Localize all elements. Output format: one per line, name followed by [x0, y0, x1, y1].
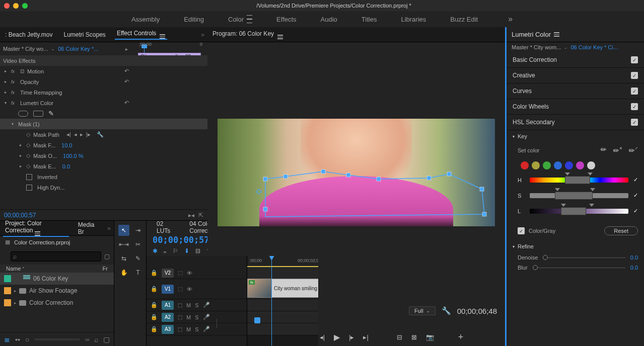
rect-mask-icon[interactable]	[33, 111, 43, 117]
swatch-olive[interactable]	[532, 161, 540, 169]
solo-icon[interactable]: S	[195, 314, 198, 320]
new-bin-icon[interactable]: ▢	[104, 253, 110, 260]
snap-icon[interactable]: ✱	[153, 247, 158, 254]
lumetri-creative[interactable]: Creative✓	[507, 68, 644, 83]
workspace-buzz-edit[interactable]: Buzz Edit	[450, 16, 478, 23]
ellipse-mask-icon[interactable]	[18, 111, 28, 117]
linked-selection-icon[interactable]: ⩋	[164, 247, 167, 254]
slip-tool-icon[interactable]: ⇆	[118, 253, 129, 264]
hand-tool-icon[interactable]: ✋	[118, 267, 129, 278]
workspace-assembly[interactable]: Assembly	[131, 16, 160, 23]
track-lane-a1[interactable]	[247, 299, 318, 311]
workspace-editing[interactable]: Editing	[184, 16, 204, 23]
ec-lumetri-color[interactable]: ▾fxLumetri Color↶	[0, 98, 207, 108]
panel-menu-icon[interactable]	[35, 231, 40, 236]
ec-inverted[interactable]: Inverted	[0, 171, 207, 182]
eyedropper-icon[interactable]: ✎	[599, 144, 609, 154]
razor-tool-icon[interactable]: ✂	[132, 239, 144, 250]
play-icon[interactable]: ▶	[334, 332, 340, 342]
ec-motion[interactable]: ▸fx⊡Motion↶	[0, 66, 207, 76]
denoise-value[interactable]: 0.0	[630, 254, 638, 261]
lumetri-clip-label[interactable]: 06 Color Key * Ci...	[570, 44, 618, 50]
button-editor-icon[interactable]: +	[458, 332, 464, 342]
lumetri-curves[interactable]: Curves✓	[507, 83, 644, 99]
ec-play-icon[interactable]: ▸	[125, 46, 128, 52]
fx-icon[interactable]: ⬚	[178, 314, 182, 320]
panel-menu-icon[interactable]	[277, 35, 283, 39]
refine-disclosure[interactable]: ▾Refine	[513, 243, 638, 249]
section-enable-check[interactable]: ✓	[631, 56, 638, 63]
project-item-air-show[interactable]: ▸ Air Show Footage	[0, 285, 114, 297]
type-tool-icon[interactable]: T	[132, 267, 144, 278]
workspace-overflow-icon[interactable]: »	[508, 15, 513, 24]
list-view-icon[interactable]: ≣	[4, 335, 10, 343]
panel-menu-icon[interactable]	[160, 34, 165, 39]
workspace-effects[interactable]: Effects	[276, 16, 297, 23]
record-icon[interactable]: 🎤	[203, 314, 210, 320]
scrub-playhead[interactable]	[254, 317, 260, 323]
program-video-frame[interactable]	[218, 119, 495, 226]
track-lane-v2[interactable]	[247, 267, 318, 279]
selection-tool-icon[interactable]: ↖	[118, 225, 129, 236]
timeline-canvas[interactable]: ;00;00 00;00;02;00 00;00;04;00 00;00;06;…	[247, 256, 318, 346]
denoise-slider[interactable]: Denoise 0.0	[518, 252, 638, 263]
swatch-green[interactable]	[543, 161, 551, 169]
ec-opacity[interactable]: ▸fxOpacity↶	[0, 76, 207, 87]
reset-icon[interactable]: ↶	[124, 68, 129, 74]
section-enable-check[interactable]: ✓	[631, 72, 638, 79]
project-search-input[interactable]	[11, 251, 101, 262]
ec-time-remapping[interactable]: ▸fxTime Remapping	[0, 87, 207, 98]
ec-high-dynamic[interactable]: High Dyn...	[0, 182, 207, 193]
ec-clip-label[interactable]: 06 Color Key *...	[58, 46, 98, 52]
swatch-blue[interactable]	[554, 161, 562, 169]
project-item-color-key[interactable]: 06 Color Key	[0, 273, 114, 285]
col-frame-rate[interactable]: Fr	[103, 266, 108, 272]
panel-menu-icon[interactable]	[554, 32, 559, 37]
timeline-clip[interactable]: fx City woman smiling 024634390.mov	[247, 279, 318, 298]
ec-foot-icon-2[interactable]: ⇱	[198, 212, 203, 219]
tab-project[interactable]: Project: Color Correction	[3, 220, 69, 237]
tab-program[interactable]: Program: 06 Color Key	[210, 30, 285, 39]
h-enable-check[interactable]: ✓	[633, 177, 638, 183]
ec-foot-icon-1[interactable]: ▸◂	[188, 212, 194, 219]
seq-tab-luts[interactable]: 02 LUTs	[154, 219, 173, 235]
s-enable-check[interactable]: ✓	[633, 192, 638, 199]
tab-media-browser[interactable]: Media Br	[76, 221, 100, 235]
icon-view-icon[interactable]: ▪▪	[15, 335, 20, 343]
track-fwd-frame-icon[interactable]: |▸	[86, 131, 91, 138]
record-icon[interactable]: 🎤	[203, 302, 210, 308]
swatch-magenta[interactable]	[576, 161, 584, 169]
pen-mask-icon[interactable]: ✎	[48, 110, 54, 117]
lumetri-hsl-secondary[interactable]: HSL Secondary✓	[507, 115, 644, 130]
col-name[interactable]: Name ⌃	[6, 266, 103, 272]
tab-beach-jetty[interactable]: : Beach Jetty.mov	[3, 31, 55, 38]
track-select-tool-icon[interactable]: ⇥	[132, 225, 144, 236]
marker-icon[interactable]: ⚐	[173, 247, 178, 254]
reset-button[interactable]: Reset	[604, 226, 638, 235]
l-enable-check[interactable]: ✓	[633, 208, 638, 214]
track-back-frame-icon[interactable]: ◂|	[66, 131, 71, 138]
fx-icon[interactable]: ⬚	[178, 270, 183, 276]
lock-icon[interactable]: 🔒	[151, 286, 158, 292]
key-disclosure[interactable]: ▾Key	[513, 133, 638, 139]
step-back-icon[interactable]: ◂|	[320, 333, 325, 341]
timeline-timecode[interactable]: 00;00;00;57	[153, 235, 209, 245]
section-enable-check[interactable]: ✓	[631, 88, 638, 95]
auto-sequence-icon[interactable]: ⎃	[85, 335, 89, 343]
lock-icon[interactable]: 🔒	[151, 302, 158, 308]
eye-icon[interactable]: 👁	[187, 286, 192, 292]
chevron-down-icon[interactable]: ⌄	[51, 46, 55, 51]
extract-icon[interactable]: ⊠	[411, 333, 417, 341]
maximize-window-icon[interactable]	[22, 3, 28, 9]
program-timecode-out[interactable]: 00;00;06;48	[457, 307, 497, 315]
project-item-color-correction[interactable]: ▸ Color Correction	[0, 297, 114, 309]
close-window-icon[interactable]	[4, 3, 10, 9]
blur-value[interactable]: 0.0	[630, 265, 638, 271]
tab-lumetri-scopes[interactable]: Lumetri Scopes	[62, 31, 108, 38]
playhead[interactable]	[271, 256, 272, 346]
workspace-titles[interactable]: Titles	[362, 16, 377, 23]
reset-icon[interactable]: ↶	[124, 100, 129, 106]
window-controls[interactable]	[4, 3, 28, 9]
panel-overflow-icon[interactable]: »	[107, 225, 111, 232]
swatch-white[interactable]	[587, 161, 595, 169]
